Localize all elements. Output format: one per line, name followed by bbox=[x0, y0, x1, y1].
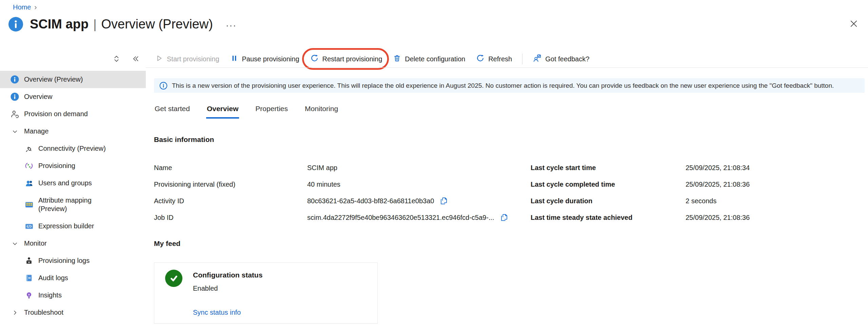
sidebar-item-users-and-groups[interactable]: Users and groups bbox=[0, 174, 146, 192]
my-feed-heading: My feed bbox=[154, 240, 180, 248]
table-icon bbox=[24, 200, 34, 209]
info-icon bbox=[10, 92, 19, 101]
users-icon bbox=[24, 179, 34, 188]
configuration-status-card: Configuration status Enabled Sync status… bbox=[154, 263, 378, 324]
card-title: Configuration status bbox=[193, 271, 262, 279]
tab-properties[interactable]: Properties bbox=[255, 103, 289, 119]
title-separator: | bbox=[93, 17, 96, 32]
field-last-cycle-start: Last cycle start time 25/09/2025, 21:08:… bbox=[531, 163, 750, 172]
tab-overview[interactable]: Overview bbox=[206, 103, 239, 119]
person-sync-icon bbox=[10, 109, 19, 119]
play-icon bbox=[155, 54, 163, 64]
success-check-icon bbox=[165, 270, 182, 287]
refresh-icon bbox=[476, 54, 485, 64]
code-icon bbox=[24, 222, 34, 231]
person-tray-icon bbox=[24, 256, 34, 265]
field-name: Name SCIM app bbox=[154, 163, 509, 172]
trash-icon bbox=[393, 54, 401, 64]
tab-bar: Get started Overview Properties Monitori… bbox=[154, 103, 339, 119]
basic-info-right-column: Last cycle start time 25/09/2025, 21:08:… bbox=[531, 163, 750, 229]
basic-info-left-column: Name SCIM app Provisioning interval (fix… bbox=[154, 163, 509, 229]
resize-panel-icon[interactable] bbox=[112, 54, 121, 65]
refresh-button[interactable]: Refresh bbox=[475, 53, 513, 65]
field-job-id: Job ID scim.4da2272f9f5e40be963463620e51… bbox=[154, 213, 509, 222]
provisioning-icon bbox=[24, 161, 34, 170]
tab-monitoring[interactable]: Monitoring bbox=[304, 103, 339, 119]
sidebar-item-provisioning[interactable]: Provisioning bbox=[0, 157, 146, 174]
page-title: SCIM app | Overview (Preview) ··· bbox=[30, 17, 237, 32]
copy-icon[interactable] bbox=[439, 196, 448, 205]
sidebar-item-provisioning-logs[interactable]: Provisioning logs bbox=[0, 252, 146, 269]
sidebar-item-overview-preview[interactable]: Overview (Preview) bbox=[0, 71, 146, 88]
card-status-value: Enabled bbox=[193, 285, 218, 292]
sidebar-group-troubleshoot[interactable]: Troubleshoot bbox=[0, 304, 146, 321]
toolbar-divider bbox=[522, 54, 522, 64]
page-title-text: Overview (Preview) bbox=[101, 17, 213, 32]
sidebar-item-expression-builder[interactable]: Expression builder bbox=[0, 217, 146, 235]
start-provisioning-button[interactable]: Start provisioning bbox=[154, 53, 220, 65]
feedback-icon bbox=[533, 54, 541, 64]
basic-information-heading: Basic information bbox=[154, 136, 214, 144]
app-name: SCIM app bbox=[30, 17, 88, 32]
chevron-right-icon: › bbox=[34, 4, 37, 11]
banner-text: This is a new version of the provisionin… bbox=[172, 82, 834, 89]
sidebar-item-attribute-mapping[interactable]: Attribute mapping (Preview) bbox=[0, 192, 146, 217]
sidebar-group-monitor[interactable]: Monitor bbox=[0, 235, 146, 252]
field-provisioning-interval: Provisioning interval (fixed) 40 minutes bbox=[154, 180, 509, 189]
delete-configuration-button[interactable]: Delete configuration bbox=[392, 53, 466, 65]
sidebar-item-connectivity[interactable]: Connectivity (Preview) bbox=[0, 140, 146, 157]
got-feedback-button[interactable]: Got feedback? bbox=[532, 53, 590, 66]
restart-icon bbox=[310, 54, 319, 64]
page-header: SCIM app | Overview (Preview) ··· bbox=[8, 17, 237, 32]
command-bar: Start provisioning Pause provisioning Re… bbox=[154, 50, 590, 68]
sync-status-info-link[interactable]: Sync status info bbox=[193, 309, 241, 316]
collapse-menu-icon[interactable] bbox=[131, 54, 140, 65]
info-banner: This is a new version of the provisionin… bbox=[154, 78, 865, 93]
pause-provisioning-button[interactable]: Pause provisioning bbox=[230, 53, 300, 65]
pause-icon bbox=[230, 54, 238, 64]
app-info-badge-icon bbox=[8, 17, 23, 32]
chevron-down-icon bbox=[10, 239, 19, 248]
book-icon bbox=[24, 273, 34, 283]
tab-get-started[interactable]: Get started bbox=[154, 103, 191, 119]
field-last-cycle-completed: Last cycle completed time 25/09/2025, 21… bbox=[531, 180, 750, 189]
info-icon bbox=[10, 75, 19, 84]
chevron-down-icon bbox=[10, 127, 19, 136]
lightbulb-icon bbox=[24, 291, 34, 300]
sidebar-group-manage[interactable]: Manage bbox=[0, 123, 146, 140]
field-activity-id: Activity ID 80c63621-62a5-4d03-bf82-6a68… bbox=[154, 196, 509, 206]
breadcrumb: Home › bbox=[13, 3, 37, 11]
sidebar-item-provision-on-demand[interactable]: Provision on demand bbox=[0, 105, 146, 123]
more-options-button[interactable]: ··· bbox=[226, 22, 237, 29]
close-icon[interactable] bbox=[849, 19, 859, 30]
copy-icon[interactable] bbox=[500, 213, 509, 222]
sidebar-item-insights[interactable]: Insights bbox=[0, 287, 146, 304]
field-last-steady-state: Last time steady state achieved 25/09/20… bbox=[531, 213, 750, 222]
breadcrumb-home-link[interactable]: Home bbox=[13, 3, 31, 11]
restart-provisioning-button[interactable]: Restart provisioning bbox=[310, 53, 383, 65]
sidebar-item-audit-logs[interactable]: Audit logs bbox=[0, 269, 146, 287]
plug-icon bbox=[24, 144, 34, 153]
chevron-right-icon bbox=[10, 308, 19, 317]
sidebar-nav: Overview (Preview) Overview Provision on… bbox=[0, 71, 146, 321]
toolbar-divider-line bbox=[146, 67, 868, 68]
sidebar-item-overview[interactable]: Overview bbox=[0, 88, 146, 105]
info-circle-icon bbox=[159, 82, 167, 90]
field-last-cycle-duration: Last cycle duration 2 seconds bbox=[531, 196, 750, 206]
